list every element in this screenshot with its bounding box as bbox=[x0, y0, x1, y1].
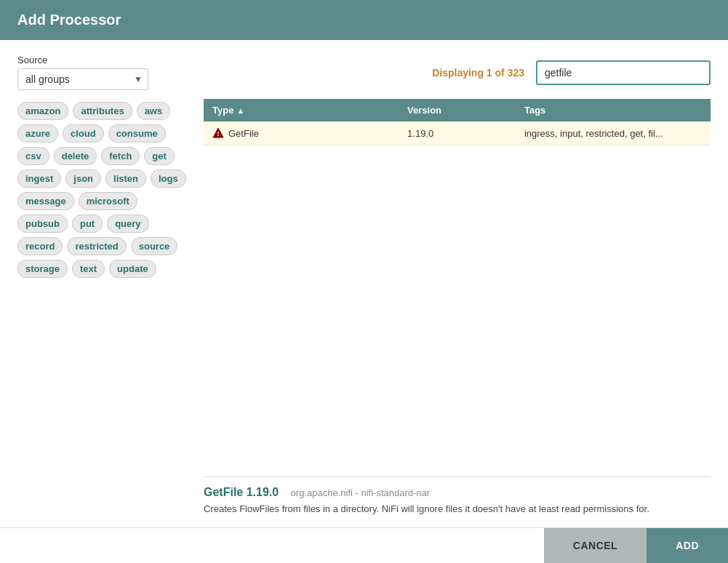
tag-put[interactable]: put bbox=[72, 215, 103, 233]
dialog-body: Source all groups ▼ Displaying 1 of 323 … bbox=[0, 40, 728, 527]
dialog-footer: CANCEL ADD bbox=[0, 527, 728, 563]
col-type-label: Type bbox=[212, 105, 233, 116]
tag-logs[interactable]: logs bbox=[151, 169, 186, 188]
tag-message[interactable]: message bbox=[17, 192, 74, 210]
source-select[interactable]: all groups bbox=[17, 68, 148, 90]
cell-type: ! GetFile bbox=[204, 121, 399, 145]
tag-restricted[interactable]: restricted bbox=[67, 237, 126, 255]
tag-pubsub[interactable]: pubsub bbox=[17, 215, 68, 233]
tag-listen[interactable]: listen bbox=[105, 169, 146, 188]
displaying-count: Displaying 1 of 323 bbox=[432, 67, 524, 79]
cell-version: 1.19.0 bbox=[399, 121, 516, 145]
dialog-title: Add Processor bbox=[17, 12, 121, 28]
desc-title-text: GetFile 1.19.0 bbox=[204, 486, 279, 498]
tag-source[interactable]: source bbox=[131, 237, 178, 255]
desc-text: Creates FlowFiles from files in a direct… bbox=[204, 502, 711, 516]
col-tags-label: Tags bbox=[524, 105, 545, 116]
tag-record[interactable]: record bbox=[17, 237, 63, 255]
tag-consume[interactable]: consume bbox=[108, 124, 166, 143]
tag-update[interactable]: update bbox=[109, 260, 156, 278]
tag-cloud[interactable]: cloud bbox=[63, 124, 104, 143]
table-header: Type ▲ Version Tags bbox=[204, 99, 711, 121]
table-body: ! GetFile 1.19.0 ingress, input, restric… bbox=[204, 121, 711, 468]
tag-csv[interactable]: csv bbox=[17, 147, 49, 165]
source-section: Source all groups ▼ bbox=[17, 55, 148, 90]
tag-json[interactable]: json bbox=[65, 169, 101, 188]
tag-fetch[interactable]: fetch bbox=[101, 147, 140, 165]
col-version: Version bbox=[399, 99, 516, 121]
cancel-button[interactable]: CANCEL bbox=[544, 528, 647, 563]
dialog-header: Add Processor bbox=[0, 0, 728, 40]
tag-attributes[interactable]: attributes bbox=[73, 102, 132, 120]
tags-container: amazon attributes aws azure cloud consum… bbox=[17, 102, 186, 278]
table-row[interactable]: ! GetFile 1.19.0 ingress, input, restric… bbox=[204, 121, 711, 145]
desc-title: GetFile 1.19.0 org.apache.nifi - nifi-st… bbox=[204, 486, 711, 499]
tag-text[interactable]: text bbox=[72, 260, 105, 278]
tag-azure[interactable]: azure bbox=[17, 124, 58, 143]
sort-asc-icon: ▲ bbox=[236, 106, 244, 115]
processor-version: 1.19.0 bbox=[407, 128, 433, 139]
tag-amazon[interactable]: amazon bbox=[17, 102, 68, 120]
col-version-label: Version bbox=[407, 105, 441, 116]
add-processor-dialog: Add Processor Source all groups ▼ Displa… bbox=[0, 0, 728, 563]
tag-storage[interactable]: storage bbox=[17, 260, 68, 278]
tag-microsoft[interactable]: microsoft bbox=[79, 192, 137, 210]
source-select-wrapper: all groups ▼ bbox=[17, 68, 148, 90]
col-type[interactable]: Type ▲ bbox=[204, 99, 399, 121]
tag-query[interactable]: query bbox=[107, 215, 148, 233]
top-row: Source all groups ▼ Displaying 1 of 323 bbox=[17, 55, 711, 90]
cell-tags: ingress, input, restricted, get, fil... bbox=[516, 121, 711, 145]
results-panel: Type ▲ Version Tags bbox=[204, 99, 711, 527]
tag-aws[interactable]: aws bbox=[137, 102, 171, 120]
source-label: Source bbox=[17, 55, 148, 65]
processor-type-name: GetFile bbox=[228, 128, 259, 139]
tag-ingest[interactable]: ingest bbox=[17, 169, 61, 188]
add-button[interactable]: ADD bbox=[647, 528, 728, 563]
desc-bundle: org.apache.nifi - nifi-standard-nar bbox=[291, 487, 431, 498]
description-section: GetFile 1.19.0 org.apache.nifi - nifi-st… bbox=[204, 476, 711, 528]
processor-tags: ingress, input, restricted, get, fil... bbox=[524, 128, 663, 139]
main-content: amazon attributes aws azure cloud consum… bbox=[17, 99, 711, 527]
tag-get[interactable]: get bbox=[144, 147, 175, 165]
search-input[interactable] bbox=[536, 60, 711, 85]
tags-panel: amazon attributes aws azure cloud consum… bbox=[17, 99, 192, 527]
col-tags: Tags bbox=[516, 99, 711, 121]
restricted-icon: ! bbox=[212, 127, 224, 139]
svg-text:!: ! bbox=[217, 130, 220, 137]
tag-delete[interactable]: delete bbox=[54, 147, 97, 165]
